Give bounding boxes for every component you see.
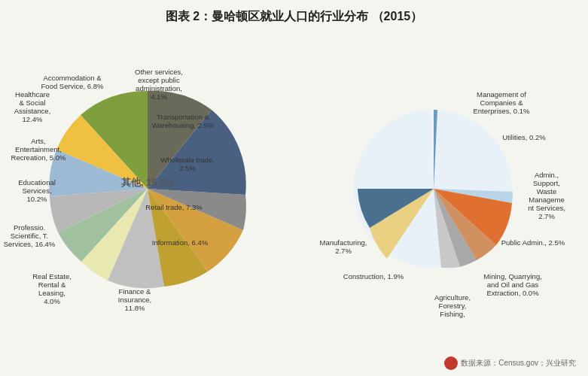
svg-text:Enterprises, 0.1%: Enterprises, 0.1% (473, 107, 530, 115)
svg-text:Other services,: Other services, (135, 68, 183, 76)
svg-text:12.4%: 12.4% (22, 115, 42, 123)
svg-text:Construction, 1.9%: Construction, 1.9% (343, 272, 404, 280)
svg-text:Services, 16.4%: Services, 16.4% (3, 240, 55, 248)
svg-text:Entertainment,: Entertainment, (15, 145, 62, 153)
left-pie-chart: 其他, 15.5% Healthcare & Social Assistance… (1, 31, 294, 326)
svg-text:2.7%: 2.7% (335, 247, 352, 255)
svg-text:nt Services,: nt Services, (528, 204, 565, 212)
svg-text:Mining, Quarrying,: Mining, Quarrying, (483, 272, 542, 280)
footer: 数据来源：Census.gov；兴业研究 (444, 356, 576, 371)
charts-container: 其他, 15.5% Healthcare & Social Assistance… (0, 31, 588, 326)
svg-text:Arts,: Arts, (31, 137, 46, 145)
svg-text:Wholesale trade,: Wholesale trade, (160, 156, 214, 164)
svg-text:Real Estate,: Real Estate, (32, 272, 72, 280)
svg-text:Rental &: Rental & (38, 280, 66, 289)
svg-text:Information, 6.4%: Information, 6.4% (151, 238, 208, 247)
svg-text:4.1%: 4.1% (151, 92, 167, 101)
svg-text:Finance &: Finance & (118, 287, 151, 296)
svg-text:10.2%: 10.2% (26, 195, 47, 203)
svg-text:Services,: Services, (22, 186, 51, 195)
svg-text:Management of: Management of (476, 90, 526, 99)
svg-text:2.5%: 2.5% (179, 164, 196, 172)
svg-text:Assistance,: Assistance, (14, 107, 50, 115)
svg-text:Agriculture,: Agriculture, (434, 293, 470, 302)
svg-text:Healthcare: Healthcare (15, 90, 50, 99)
footer-text: 数据来源：Census.gov；兴业研究 (461, 358, 576, 368)
svg-text:Professio.: Professio. (13, 223, 44, 232)
svg-text:Public Admin., 2.5%: Public Admin., 2.5% (501, 238, 565, 247)
svg-text:Educational: Educational (18, 178, 56, 186)
svg-text:Transportation &: Transportation & (157, 113, 210, 121)
svg-text:Warehousing, 2.9%: Warehousing, 2.9% (151, 121, 214, 129)
logo-icon (444, 356, 458, 370)
svg-text:Recreation, 5.0%: Recreation, 5.0% (11, 153, 66, 162)
svg-text:2.7%: 2.7% (538, 212, 555, 220)
svg-text:except public: except public (138, 76, 180, 84)
svg-text:11.8%: 11.8% (124, 304, 145, 312)
svg-text:Support,: Support, (533, 179, 560, 187)
svg-text:Retail trade, 7.3%: Retail trade, 7.3% (145, 203, 203, 211)
svg-text:Insurance,: Insurance, (117, 296, 151, 304)
footer-logo: 数据来源：Census.gov；兴业研究 (444, 356, 576, 370)
svg-text:Accommodation &: Accommodation & (43, 74, 102, 82)
svg-text:Waste: Waste (536, 187, 556, 196)
svg-text:Admin.,: Admin., (534, 171, 558, 179)
svg-text:Forestry,: Forestry, (438, 302, 466, 310)
svg-text:4.0%: 4.0% (44, 297, 60, 305)
svg-text:Leasing,: Leasing, (38, 289, 66, 297)
svg-text:& Social: & Social (19, 99, 45, 107)
right-pie-chart: Management of Companies & Enterprises, 0… (302, 31, 588, 326)
svg-text:Food Service, 6.8%: Food Service, 6.8% (41, 82, 103, 90)
svg-text:Companies &: Companies & (480, 99, 523, 107)
svg-text:Manageme: Manageme (529, 196, 565, 204)
svg-text:Extraction, 0.0%: Extraction, 0.0% (486, 289, 539, 297)
chart-title: 图表 2：曼哈顿区就业人口的行业分布 （2015） (0, 0, 588, 31)
svg-text:administration,: administration, (136, 84, 182, 92)
svg-text:Fishing,: Fishing, (440, 310, 465, 318)
svg-text:Scientific, T.: Scientific, T. (10, 232, 48, 240)
svg-text:Manufacturing,: Manufacturing, (319, 238, 367, 247)
svg-text:and Oil and Gas: and Oil and Gas (486, 280, 538, 289)
svg-text:Utilities, 0.2%: Utilities, 0.2% (502, 133, 546, 141)
svg-text:其他, 15.5%: 其他, 15.5% (120, 177, 174, 188)
